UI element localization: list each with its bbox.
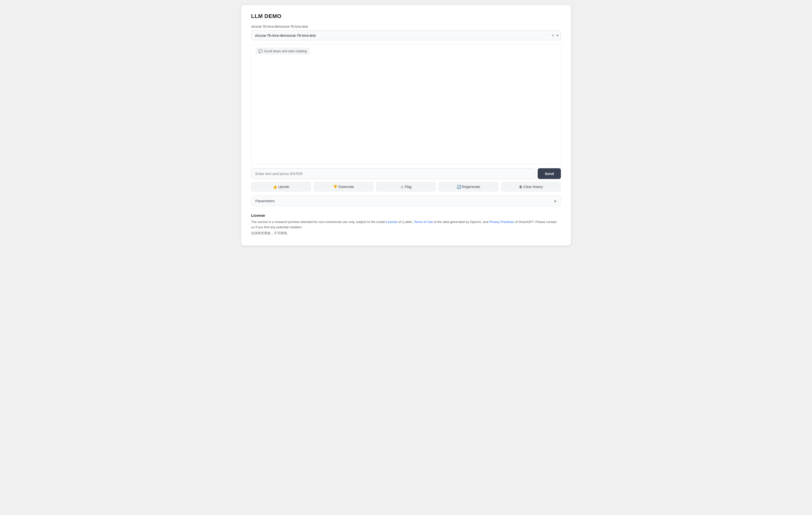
terms-link[interactable]: Terms of Use — [414, 220, 433, 224]
chat-area: 💬 Scroll down and start chatting — [251, 44, 561, 164]
chat-hint: 💬 Scroll down and start chatting — [255, 48, 310, 54]
input-row: Send — [251, 168, 561, 179]
license-section: License The service is a research previe… — [251, 212, 561, 236]
chat-hint-icon: 💬 — [258, 49, 263, 53]
license-title: License — [251, 213, 561, 217]
chat-input[interactable] — [251, 168, 535, 179]
model-select[interactable]: vicuna-7b-lora-demouna-7b-lora-test — [251, 30, 561, 40]
downvote-button[interactable]: 👎 Downvote — [314, 182, 374, 191]
chevron-right-icon: ▶ — [554, 199, 557, 203]
model-label: vicuna-7b-lora-demouna-7b-lora-test — [251, 25, 561, 28]
chat-hint-text: Scroll down and start chatting — [264, 49, 307, 53]
action-buttons: 👍 Upvote 👎 Downvote ⚠ Flag 🔄 Regenerate … — [251, 182, 561, 191]
parameters-label: Parameters — [255, 199, 275, 203]
license-chinese: 仅供研究用途，不可商用。 — [251, 231, 561, 236]
regenerate-button[interactable]: 🔄 Regenerate — [438, 182, 498, 191]
license-text: The service is a research preview intend… — [251, 219, 561, 230]
privacy-link[interactable]: Privacy Practices — [489, 220, 514, 224]
parameters-section: Parameters ▶ — [251, 195, 561, 206]
app-title: LLM DEMO — [251, 13, 561, 20]
upvote-button[interactable]: 👍 Upvote — [251, 182, 311, 191]
app-container: LLM DEMO vicuna-7b-lora-demouna-7b-lora-… — [241, 5, 571, 245]
flag-button[interactable]: ⚠ Flag — [376, 182, 436, 191]
model-select-wrapper: vicuna-7b-lora-demouna-7b-lora-test ✕ ▾ — [251, 30, 561, 40]
license-text-before: The service is a research preview intend… — [251, 220, 386, 224]
clear-history-button[interactable]: 🗑 Clear history — [501, 182, 561, 191]
license-link[interactable]: License — [386, 220, 397, 224]
license-text-llama: of LLaMA, — [397, 220, 414, 224]
select-clear-icon[interactable]: ✕ — [550, 33, 555, 38]
parameters-header[interactable]: Parameters ▶ — [251, 196, 561, 206]
send-button[interactable]: Send — [538, 168, 561, 179]
license-text-data: of the data generated by OpenAI, and — [433, 220, 489, 224]
